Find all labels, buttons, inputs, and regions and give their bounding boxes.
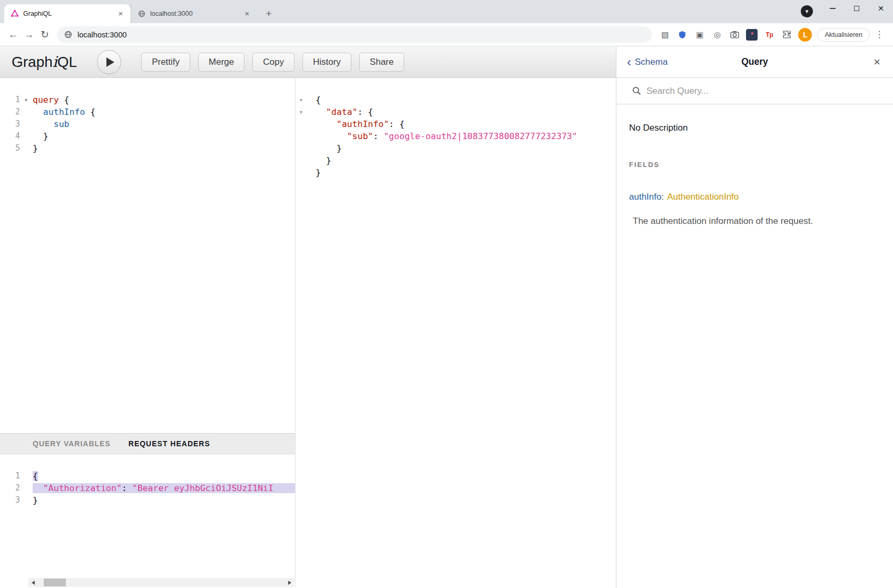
code-line: "sub": "google-oauth2|108377380082777232…: [310, 130, 616, 142]
doc-back-link[interactable]: ‹Schema: [627, 57, 668, 67]
profile-avatar[interactable]: L: [798, 28, 812, 42]
scroll-right-icon: [288, 581, 291, 585]
share-button[interactable]: Share: [359, 53, 404, 72]
history-button[interactable]: History: [302, 53, 351, 72]
scroll-right-button[interactable]: [285, 578, 294, 587]
extension-spark-icon[interactable]: *: [746, 29, 758, 41]
extension-box-icon[interactable]: ▣: [694, 29, 705, 41]
extension-target-icon[interactable]: ◎: [711, 29, 723, 41]
code-line: {: [310, 94, 616, 106]
tab-graphiql[interactable]: GraphiQL ×: [4, 4, 131, 23]
tab-close-icon[interactable]: ×: [116, 9, 125, 18]
query-line-gutter: 1▾ 2 3 4 5: [0, 94, 27, 154]
code-line: }: [310, 154, 616, 166]
tab-search-button[interactable]: ▾: [801, 5, 813, 17]
scrollbar-track[interactable]: [37, 578, 285, 587]
chevron-left-icon: ‹: [627, 57, 631, 66]
new-tab-button[interactable]: +: [261, 6, 276, 21]
code-line: authInfo {: [27, 106, 295, 118]
scroll-left-icon: [32, 581, 35, 585]
code-line: {: [27, 470, 295, 482]
address-bar[interactable]: localhost:3000: [57, 26, 652, 43]
graphiql-toolbar: GraphiQL Prettify Merge Copy History Sha…: [0, 46, 616, 78]
merge-button[interactable]: Merge: [198, 53, 244, 72]
minimize-icon: [830, 8, 836, 9]
prettify-button[interactable]: Prettify: [141, 53, 190, 72]
tab-request-headers[interactable]: REQUEST HEADERS: [129, 439, 210, 448]
result-json: { "data": { "authInfo": { "sub": "google…: [310, 94, 616, 179]
headers-code: { "Authorization": "Bearer eyJhbGciOiJSU…: [27, 470, 295, 506]
headers-line-gutter: 1 2 3: [0, 470, 27, 506]
extension-shield-icon[interactable]: [676, 29, 688, 41]
tab-localhost[interactable]: localhost:3000 ×: [131, 4, 257, 23]
graphql-logo-icon: [11, 9, 19, 18]
graphiql-logo: GraphiQL: [12, 53, 77, 71]
line-number: 3: [15, 119, 20, 129]
search-icon: [632, 86, 641, 95]
extensions-row: ▧ ▣ ◎ * Tp L: [659, 28, 812, 42]
query-code: query { authInfo { sub } }: [27, 94, 295, 154]
window-controls: ×: [820, 0, 893, 17]
scrollbar-thumb[interactable]: [44, 579, 66, 586]
chevron-down-icon: ▾: [806, 8, 809, 14]
horizontal-scrollbar[interactable]: [28, 578, 294, 587]
execute-button[interactable]: [97, 50, 121, 74]
code-line: }: [27, 142, 295, 154]
code-line: "data": {: [310, 106, 616, 118]
back-button[interactable]: ←: [5, 29, 21, 41]
fold-arrow-icon[interactable]: ▾: [300, 94, 302, 106]
code-line: "Authorization": "Bearer eyJhbGciOiJSUzI…: [27, 482, 295, 494]
browser-navbar: ← → ↻ localhost:3000 ▧ ▣ ◎ * Tp L: [0, 23, 893, 46]
globe-icon: [138, 9, 146, 18]
site-info-globe-icon[interactable]: [64, 31, 72, 38]
line-number: 1: [15, 471, 20, 481]
code-line: "authInfo": {: [310, 118, 616, 130]
request-headers-editor[interactable]: 1 2 3 { "Authorization": "Bearer eyJhbGc…: [0, 454, 295, 588]
field-type-link[interactable]: AuthenticationInfo: [667, 192, 739, 202]
doc-explorer-header: ‹Schema Query ×: [616, 46, 893, 78]
maximize-icon: [854, 6, 859, 11]
doc-search-bar: [616, 78, 893, 104]
line-number: 2: [15, 483, 20, 493]
reload-button[interactable]: ↻: [37, 28, 53, 41]
field-name-link[interactable]: authInfo: [629, 192, 661, 202]
editor-column: 1▾ 2 3 4 5 query { authInfo { sub } }: [0, 78, 295, 588]
close-window-button[interactable]: ×: [869, 0, 893, 17]
code-line: }: [310, 166, 616, 179]
minimize-button[interactable]: [820, 0, 845, 17]
line-number: 3: [15, 495, 20, 505]
fields-heading: FIELDS: [629, 161, 880, 169]
update-button[interactable]: Aktualisieren: [817, 28, 870, 42]
code-line: }: [310, 142, 616, 154]
scroll-left-button[interactable]: [28, 578, 37, 587]
doc-close-icon[interactable]: ×: [874, 55, 880, 69]
doc-content: No Description FIELDS authInfo:Authentic…: [616, 104, 893, 237]
tab-query-variables[interactable]: QUERY VARIABLES: [33, 439, 111, 448]
url-text: localhost:3000: [77, 31, 127, 39]
doc-search-input[interactable]: [646, 86, 847, 96]
code-line: }: [27, 130, 295, 142]
tab-title: localhost:3000: [150, 10, 238, 17]
extension-puzzle-icon[interactable]: [781, 29, 792, 41]
fold-arrow-icon[interactable]: ▾: [300, 106, 302, 118]
secondary-editor-tabs: QUERY VARIABLES REQUEST HEADERS: [0, 433, 295, 454]
menu-kebab-icon[interactable]: ⋮: [873, 29, 886, 40]
browser-chrome: GraphiQL × localhost:3000 × + ▾ × ← → ↻ …: [0, 0, 893, 46]
extension-tp-icon[interactable]: Tp: [763, 29, 775, 41]
tab-strip: GraphiQL × localhost:3000 × + ▾ ×: [0, 0, 893, 23]
extension-camera-icon[interactable]: [729, 29, 740, 41]
tab-title: GraphiQL: [23, 10, 112, 17]
graphiql-app: GraphiQL Prettify Merge Copy History Sha…: [0, 46, 893, 588]
extension-grid-icon[interactable]: ▧: [659, 29, 671, 41]
toolbar-buttons: Prettify Merge Copy History Share: [141, 53, 404, 72]
field-row: authInfo:AuthenticationInfo: [629, 192, 880, 202]
query-editor[interactable]: 1▾ 2 3 4 5 query { authInfo { sub } }: [0, 78, 295, 433]
maximize-button[interactable]: [845, 0, 869, 17]
tab-close-icon[interactable]: ×: [242, 9, 252, 18]
line-number: 2: [15, 107, 20, 116]
field-description: The authentication information of the re…: [633, 216, 880, 227]
code-line: sub: [27, 118, 295, 130]
copy-button[interactable]: Copy: [252, 53, 295, 72]
forward-button[interactable]: →: [21, 29, 37, 41]
code-line: }: [27, 494, 295, 506]
